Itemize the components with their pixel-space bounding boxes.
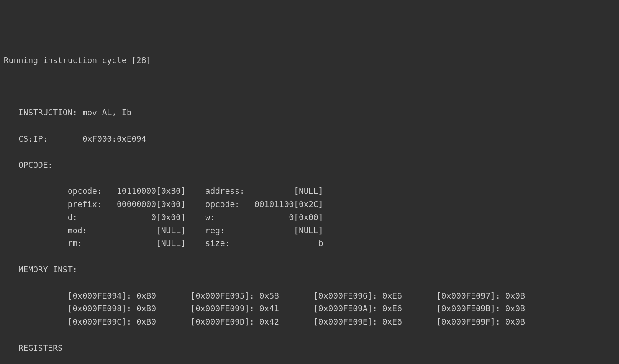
memory-row: [0x000FE094]: 0xB0 [0x000FE095]: 0x58 [0… [4, 290, 615, 303]
header-line: Running instruction cycle [28] [4, 54, 615, 67]
header-prefix: Running instruction cycle [ [4, 55, 137, 65]
csip-value: 0xF000:0xE094 [82, 134, 146, 143]
instruction-value: mov AL, Ib [82, 108, 131, 117]
registers-label: REGISTERS [19, 343, 63, 353]
blank-line [4, 80, 615, 93]
memory-rows: [0x000FE094]: 0xB0 [0x000FE095]: 0x58 [0… [4, 290, 615, 329]
instruction-line: INSTRUCTION: mov AL, Ib [4, 106, 615, 119]
memory-row: [0x000FE098]: 0xB0 [0x000FE099]: 0x41 [0… [4, 302, 615, 315]
opcode-rows: opcode: 10110000[0xB0] address: [NULL] p… [4, 185, 615, 250]
csip-line: CS:IP: 0xF000:0xE094 [4, 133, 615, 146]
opcode-row: mod: [NULL] reg: [NULL] [4, 224, 615, 237]
memory-row: [0x000FE09C]: 0xB0 [0x000FE09D]: 0x42 [0… [4, 315, 615, 329]
opcode-row: prefix: 00000000[0x00] opcode: 00101100[… [4, 198, 615, 211]
opcode-header: OPCODE: [4, 159, 615, 172]
opcode-row: opcode: 10110000[0xB0] address: [NULL] [4, 185, 615, 198]
header-suffix: ] [146, 55, 151, 65]
instruction-label: INSTRUCTION: [19, 108, 78, 117]
opcode-row: rm: [NULL] size: b [4, 237, 615, 250]
cycle-number: 28 [137, 55, 147, 65]
memory-label: MEMORY INST: [19, 265, 78, 274]
csip-label: CS:IP: [19, 134, 48, 143]
registers-header: REGISTERS [4, 342, 615, 355]
opcode-label: OPCODE: [19, 160, 53, 170]
opcode-row: d: 0[0x00] w: 0[0x00] [4, 211, 615, 224]
memory-header: MEMORY INST: [4, 263, 615, 276]
